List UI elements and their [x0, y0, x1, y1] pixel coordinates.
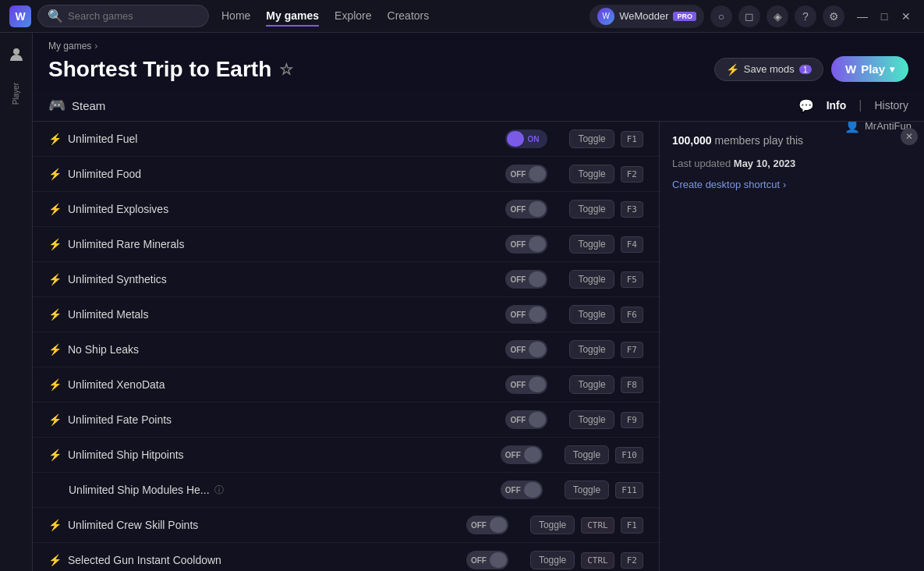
platform-name: Steam — [72, 99, 105, 112]
breadcrumb-link[interactable]: My games — [48, 41, 91, 51]
toggle-knob — [529, 166, 546, 182]
toggle-knob — [529, 271, 546, 287]
save-count-badge: 1 — [799, 65, 812, 74]
toggle-button[interactable]: Toggle — [569, 410, 614, 429]
wemod-play-icon: W — [845, 62, 856, 76]
mod-lightning-icon: ⚡ — [48, 308, 62, 321]
key-badge-fn: F3 — [621, 201, 643, 218]
mod-lightning-icon: ⚡ — [48, 343, 62, 356]
nav-circle-btn-2[interactable]: ◻ — [738, 5, 760, 27]
mod-lightning-icon: ⚡ — [48, 168, 62, 180]
mod-name: Unlimited Explosives — [68, 203, 499, 215]
toggle-knob — [524, 482, 541, 498]
search-bar[interactable]: 🔍 — [37, 5, 209, 27]
maximize-button[interactable]: □ — [876, 8, 893, 25]
help-icon[interactable]: ? — [795, 5, 816, 27]
mod-toggle[interactable]: OFF — [505, 305, 547, 324]
toggle-button[interactable]: Toggle — [569, 235, 614, 254]
nav-circle-btn-1[interactable]: ○ — [710, 5, 732, 27]
chat-icon[interactable]: 💬 — [798, 98, 814, 113]
nav-creators[interactable]: Creators — [388, 6, 430, 27]
toggle-knob — [524, 447, 541, 463]
mod-lightning-icon: ⚡ — [48, 449, 62, 461]
author-icon: 👤 — [844, 122, 860, 133]
sidebar-player-label: Player — [12, 83, 20, 105]
play-label: Play — [861, 62, 885, 76]
close-button[interactable]: ✕ — [897, 8, 915, 25]
discord-icon[interactable]: ◈ — [766, 5, 788, 27]
mod-row-unlimited-rare-minerals: ⚡ Unlimited Rare Minerals OFF Toggle F4 — [33, 227, 659, 262]
toggle-button[interactable]: Toggle — [569, 270, 614, 289]
game-title-text: Shortest Trip to Earth — [48, 57, 271, 82]
favorite-icon[interactable]: ☆ — [279, 60, 293, 79]
app-logo[interactable]: W — [9, 5, 31, 27]
desktop-shortcut-text: Create desktop shortcut — [672, 179, 780, 190]
mod-toggle[interactable]: OFF — [505, 270, 547, 289]
toggle-button[interactable]: Toggle — [569, 129, 614, 148]
nav-home[interactable]: Home — [221, 6, 250, 27]
mod-toggle[interactable]: OFF — [466, 551, 508, 569]
search-input[interactable] — [68, 10, 199, 22]
breadcrumb: My games › — [48, 41, 908, 51]
user-name: WeModder — [619, 10, 668, 22]
toggle-button[interactable]: Toggle — [530, 551, 575, 569]
mod-toggle[interactable]: OFF — [505, 410, 547, 429]
key-badge-fn: F1 — [621, 517, 643, 534]
sidebar: Player — [0, 33, 33, 571]
mod-toggle[interactable]: OFF — [505, 200, 547, 218]
key-badge-fn: F5 — [621, 271, 643, 288]
members-number: 100,000 — [672, 134, 712, 147]
breadcrumb-separator: › — [94, 41, 97, 51]
toggle-button[interactable]: Toggle — [569, 375, 614, 394]
svg-point-0 — [13, 48, 19, 55]
members-text: members play this — [715, 134, 804, 147]
mod-lightning-icon: ⚡ — [48, 238, 62, 250]
mod-toggle[interactable]: OFF — [505, 340, 547, 359]
minimize-button[interactable]: — — [854, 8, 871, 25]
mod-toggle[interactable]: OFF — [505, 375, 547, 394]
mod-row-selected-gun-instant-cooldown: ⚡ Selected Gun Instant Cooldown OFF Togg… — [33, 543, 659, 571]
key-badge-fn: F8 — [621, 377, 643, 393]
mod-name: Selected Gun Instant Cooldown — [68, 554, 460, 566]
mod-toggle[interactable]: OFF — [501, 481, 543, 499]
sidebar-player-icon[interactable] — [4, 42, 29, 67]
mod-toggle[interactable]: OFF — [505, 235, 547, 254]
toggle-button[interactable]: Toggle — [565, 445, 609, 464]
toggle-button[interactable]: Toggle — [530, 516, 575, 534]
mod-row-unlimited-ship-hitpoints: ⚡ Unlimited Ship Hitpoints OFF Toggle F1… — [33, 438, 659, 473]
nav-right: W WeModder PRO ○ ◻ ◈ ? ⚙ — □ ✕ — [589, 5, 915, 28]
mod-row-unlimited-crew-skill-points: ⚡ Unlimited Crew Skill Points OFF Toggle… — [33, 508, 659, 543]
user-badge[interactable]: W WeModder PRO — [589, 5, 704, 28]
toggle-button[interactable]: Toggle — [569, 305, 614, 324]
mod-lightning-icon: ⚡ — [48, 203, 62, 215]
mod-name: Unlimited Food — [68, 168, 499, 180]
toggle-button[interactable]: Toggle — [569, 340, 614, 359]
mod-toggle[interactable]: OFF — [466, 516, 508, 534]
toggle-button[interactable]: Toggle — [565, 481, 609, 499]
mod-name: Unlimited Metals — [68, 308, 499, 321]
key-badge-fn: F1 — [621, 131, 643, 147]
toggle-knob — [529, 201, 546, 217]
window-controls: — □ ✕ — [854, 8, 915, 25]
toggle-knob — [529, 342, 546, 357]
desktop-shortcut-link[interactable]: Create desktop shortcut › — [672, 179, 912, 190]
save-mods-label: Save mods — [744, 63, 795, 75]
toggle-button[interactable]: Toggle — [569, 165, 614, 183]
tab-history[interactable]: History — [874, 96, 908, 115]
info-close-button[interactable]: ✕ — [901, 128, 918, 145]
toggle-button[interactable]: Toggle — [569, 200, 614, 218]
play-chevron-icon: ▾ — [890, 64, 894, 75]
save-mods-button[interactable]: ⚡ Save mods 1 — [714, 58, 823, 81]
toggle-knob — [507, 131, 524, 147]
mod-toggle[interactable]: OFF — [505, 165, 547, 183]
tab-info[interactable]: Info — [827, 96, 847, 115]
nav-explore[interactable]: Explore — [335, 6, 371, 27]
settings-icon[interactable]: ⚙ — [823, 5, 844, 27]
mod-toggle[interactable]: OFF — [501, 445, 543, 464]
toggle-knob — [529, 412, 546, 427]
mod-toggle[interactable]: ON — [505, 129, 547, 148]
play-button[interactable]: W Play ▾ — [831, 56, 908, 82]
nav-my-games[interactable]: My games — [266, 6, 319, 27]
mod-info-icon[interactable]: ⓘ — [214, 484, 224, 497]
main-layout: Player My games › Shortest Trip to Earth… — [0, 33, 924, 571]
